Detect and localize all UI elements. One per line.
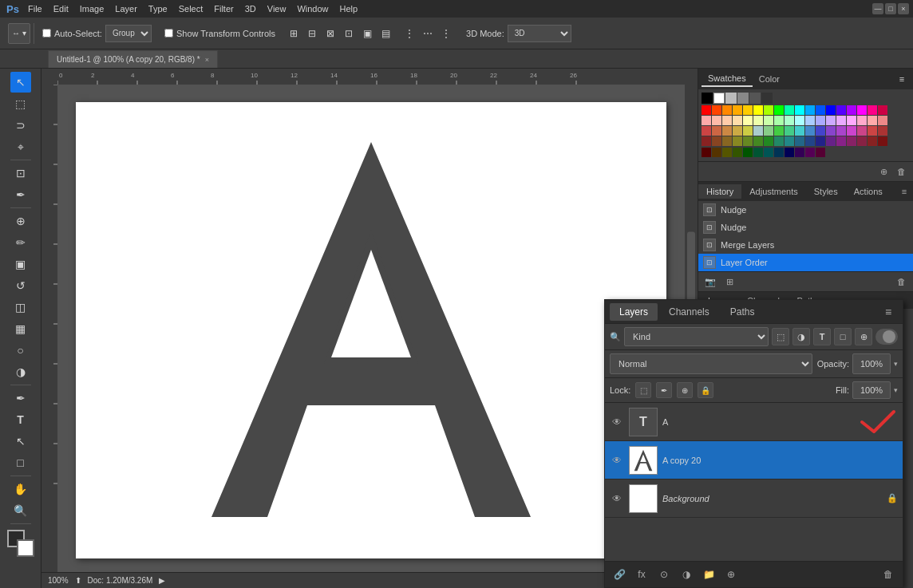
swatch[interactable] bbox=[857, 116, 867, 125]
auto-select-checkbox[interactable] bbox=[42, 29, 51, 37]
swatch[interactable] bbox=[764, 126, 773, 136]
swatch[interactable] bbox=[753, 148, 763, 157]
align-center-icon[interactable]: ⊟ bbox=[303, 25, 321, 42]
swatch[interactable] bbox=[764, 105, 773, 115]
swatch[interactable] bbox=[857, 136, 867, 146]
swatch[interactable] bbox=[847, 116, 856, 125]
swatch[interactable] bbox=[712, 126, 721, 136]
history-tab[interactable]: History bbox=[698, 184, 741, 199]
swatch[interactable] bbox=[774, 126, 784, 136]
swatch[interactable] bbox=[702, 136, 711, 146]
lock-pixels-icon[interactable]: ⬚ bbox=[635, 382, 651, 398]
swatch[interactable] bbox=[722, 136, 732, 146]
swatch[interactable] bbox=[795, 126, 804, 136]
swatch[interactable] bbox=[836, 105, 846, 115]
swatch[interactable] bbox=[753, 126, 763, 136]
swatch[interactable] bbox=[753, 105, 763, 115]
swatch[interactable] bbox=[702, 116, 711, 125]
history-item-0[interactable]: ⊡ Nudge bbox=[698, 201, 913, 219]
layer-visibility-background[interactable]: 👁 bbox=[610, 491, 624, 506]
align-bottom-icon[interactable]: ▤ bbox=[377, 25, 394, 42]
swatch[interactable] bbox=[722, 105, 732, 115]
lock-paint-icon[interactable]: ✒ bbox=[656, 382, 672, 398]
swatch[interactable] bbox=[847, 126, 856, 136]
swatch[interactable] bbox=[816, 136, 825, 146]
swatch[interactable] bbox=[836, 136, 846, 146]
move-tool-button[interactable]: ↔ ▾ bbox=[8, 23, 30, 44]
lasso-tool[interactable]: ⊃ bbox=[10, 115, 31, 136]
eyedropper-tool[interactable]: ✒ bbox=[10, 184, 31, 205]
swatch[interactable] bbox=[826, 126, 836, 136]
menu-3d[interactable]: 3D bbox=[239, 2, 262, 15]
swatch[interactable] bbox=[847, 136, 856, 146]
swatch[interactable] bbox=[826, 105, 836, 115]
swatch[interactable] bbox=[743, 105, 753, 115]
menu-select[interactable]: Select bbox=[173, 2, 209, 15]
align-middle-icon[interactable]: ▣ bbox=[358, 25, 376, 42]
layers-panel-tab-layers[interactable]: Layers bbox=[610, 303, 658, 321]
new-adjustment-button[interactable]: ◑ bbox=[677, 565, 696, 584]
menu-image[interactable]: Image bbox=[74, 2, 110, 15]
add-mask-button[interactable]: ⊙ bbox=[654, 565, 674, 584]
filter-toggle[interactable] bbox=[875, 329, 898, 345]
swatch[interactable] bbox=[722, 116, 732, 125]
swatch[interactable] bbox=[805, 116, 815, 125]
dist-left-icon[interactable]: ⋮ bbox=[401, 25, 418, 42]
blend-mode-select[interactable]: Normal bbox=[610, 353, 812, 374]
swatch[interactable] bbox=[878, 126, 887, 136]
swatch[interactable] bbox=[816, 126, 825, 136]
swatch[interactable] bbox=[753, 116, 763, 125]
swatch[interactable] bbox=[753, 136, 763, 146]
dist-right-icon[interactable]: ⋮ bbox=[437, 25, 455, 42]
swatch[interactable] bbox=[743, 116, 753, 125]
layer-visibility-a-text[interactable]: 👁 bbox=[610, 415, 624, 429]
layers-panel-tab-channels[interactable]: Channels bbox=[659, 303, 719, 321]
swatch[interactable] bbox=[816, 148, 825, 157]
swatch-darkgray[interactable] bbox=[761, 93, 773, 104]
crop-tool[interactable]: ⊡ bbox=[10, 163, 31, 184]
gradient-tool[interactable]: ▦ bbox=[10, 318, 31, 339]
maximize-button[interactable]: □ bbox=[885, 3, 896, 14]
swatch[interactable] bbox=[878, 116, 887, 125]
delete-history-button[interactable]: 🗑 bbox=[892, 274, 910, 290]
swatch[interactable] bbox=[712, 136, 721, 146]
new-group-button[interactable]: 📁 bbox=[699, 565, 718, 584]
history-menu-button[interactable]: ≡ bbox=[895, 184, 913, 199]
link-layers-button[interactable]: 🔗 bbox=[610, 565, 629, 584]
swatch[interactable] bbox=[868, 136, 877, 146]
opacity-input[interactable] bbox=[852, 353, 891, 374]
panel-menu-button[interactable]: ≡ bbox=[894, 71, 910, 87]
swatch-gray2[interactable] bbox=[737, 93, 749, 104]
swatch[interactable] bbox=[868, 105, 877, 115]
swatch[interactable] bbox=[805, 105, 815, 115]
marquee-tool[interactable]: ⬚ bbox=[10, 93, 31, 114]
swatch[interactable] bbox=[785, 126, 794, 136]
new-layer-button[interactable]: ⊕ bbox=[721, 565, 741, 584]
auto-select-type[interactable]: Group bbox=[105, 25, 152, 42]
lock-position-icon[interactable]: ⊕ bbox=[677, 382, 693, 398]
swatch[interactable] bbox=[743, 148, 753, 157]
swatch[interactable] bbox=[764, 116, 773, 125]
type-tool[interactable]: T bbox=[10, 409, 31, 430]
foreground-background-color[interactable] bbox=[7, 530, 34, 557]
tab-close-button[interactable]: × bbox=[205, 56, 209, 64]
swatch[interactable] bbox=[743, 136, 753, 146]
delete-swatch-button[interactable]: 🗑 bbox=[892, 164, 910, 180]
swatches-tab[interactable]: Swatches bbox=[702, 71, 753, 87]
menu-edit[interactable]: Edit bbox=[48, 2, 74, 15]
brush-tool[interactable]: ✏ bbox=[10, 232, 31, 253]
swatch[interactable] bbox=[836, 126, 846, 136]
swatch[interactable] bbox=[764, 136, 773, 146]
swatch[interactable] bbox=[795, 116, 804, 125]
menu-help[interactable]: Help bbox=[334, 2, 364, 15]
swatch[interactable] bbox=[774, 136, 784, 146]
dodge-tool[interactable]: ◑ bbox=[10, 361, 31, 382]
swatch[interactable] bbox=[774, 116, 784, 125]
adjustments-tab[interactable]: Adjustments bbox=[741, 184, 806, 199]
stamp-tool[interactable]: ▣ bbox=[10, 254, 31, 274]
swatch[interactable] bbox=[805, 136, 815, 146]
actions-tab[interactable]: Actions bbox=[846, 184, 891, 199]
filter-pixel-icon[interactable]: ⬚ bbox=[772, 328, 789, 345]
document-tab[interactable]: Untitled-1 @ 100% (A copy 20, RGB/8) * × bbox=[48, 50, 218, 68]
swatch[interactable] bbox=[712, 105, 721, 115]
